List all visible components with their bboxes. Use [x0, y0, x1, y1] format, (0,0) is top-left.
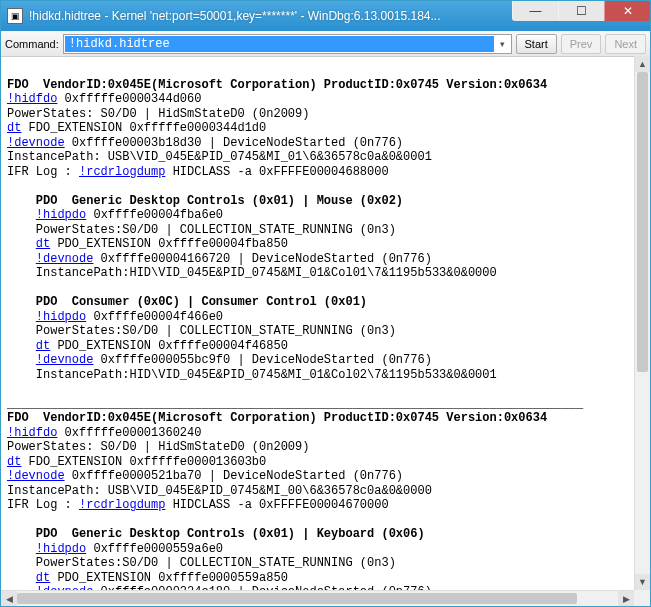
dt-link[interactable]: dt [36, 237, 50, 251]
power-line: PowerStates:S0/D0 | COLLECTION_STATE_RUN… [36, 556, 396, 570]
hidpdo-link[interactable]: !hidpdo [36, 310, 86, 324]
dt-link[interactable]: dt [7, 121, 21, 135]
dropdown-arrow-icon[interactable]: ▾ [495, 39, 511, 49]
hr: ________________________________________… [7, 397, 583, 411]
prev-button[interactable]: Prev [561, 34, 602, 54]
power-line: PowerStates:S0/D0 | COLLECTION_STATE_RUN… [36, 324, 396, 338]
hidpdo-link[interactable]: !hidpdo [36, 208, 86, 222]
devnode-link[interactable]: !devnode [36, 252, 94, 266]
hidfdo-arg: 0xfffffe00001360240 [57, 426, 201, 440]
pdo-header: PDO Consumer (0x0C) | Consumer Control (… [36, 295, 367, 309]
fdo-header: FDO VendorID:0x045E(Microsoft Corporatio… [7, 411, 547, 425]
devnode-arg: 0xffffe00004166720 | DeviceNodeStarted (… [93, 252, 431, 266]
power-line: PowerStates: S0/D0 | HidSmStateD0 (0n200… [7, 107, 309, 121]
minimize-button[interactable]: — [512, 1, 558, 21]
horizontal-scrollbar[interactable]: ◀ ▶ [1, 590, 634, 606]
rcdrlogdump-link[interactable]: !rcdrlogdump [79, 498, 165, 512]
dt-arg: PDO_EXTENSION 0xffffe00004f46850 [50, 339, 288, 353]
dt-arg: FDO_EXTENSION 0xfffffe0000344d1d0 [21, 121, 266, 135]
scroll-down-button[interactable]: ▼ [635, 574, 650, 590]
dt-link[interactable]: dt [36, 571, 50, 585]
fdo-header: FDO VendorID:0x045E(Microsoft Corporatio… [7, 78, 547, 92]
start-button[interactable]: Start [516, 34, 557, 54]
scroll-right-button[interactable]: ▶ [618, 591, 634, 606]
hidfdo-arg: 0xfffffe0000344d060 [57, 92, 201, 106]
instpath-line: InstancePath:HID\VID_045E&PID_0745&MI_01… [36, 266, 497, 280]
ifr-arg: HIDCLASS -a 0xFFFFE00004688000 [165, 165, 388, 179]
devnode-arg: 0xffffe0000521ba70 | DeviceNodeStarted (… [65, 469, 403, 483]
dt-link[interactable]: dt [36, 339, 50, 353]
hidpdo-arg: 0xffffe00004f466e0 [86, 310, 223, 324]
dt-link[interactable]: dt [7, 455, 21, 469]
scroll-left-button[interactable]: ◀ [1, 591, 17, 606]
devnode-arg: 0xffffe000055bc9f0 | DeviceNodeStarted (… [93, 353, 431, 367]
ifr-prefix: IFR Log : [7, 498, 79, 512]
scroll-track[interactable] [635, 72, 650, 574]
dt-arg: PDO_EXTENSION 0xffffe00004fba850 [50, 237, 288, 251]
vertical-scrollbar[interactable]: ▲ ▼ [634, 56, 650, 590]
devnode-link[interactable]: !devnode [36, 353, 94, 367]
power-line: PowerStates:S0/D0 | COLLECTION_STATE_RUN… [36, 223, 396, 237]
window-buttons: — ☐ ✕ [512, 1, 650, 31]
maximize-button[interactable]: ☐ [558, 1, 604, 21]
app-icon: ▣ [7, 8, 23, 24]
instpath-line: InstancePath:HID\VID_045E&PID_0745&MI_01… [36, 368, 497, 382]
hidpdo-link[interactable]: !hidpdo [36, 542, 86, 556]
power-line: PowerStates: S0/D0 | HidSmStateD0 (0n200… [7, 440, 309, 454]
pdo-header: PDO Generic Desktop Controls (0x01) | Ke… [36, 527, 425, 541]
command-input[interactable] [65, 36, 494, 52]
instpath-line: InstancePath: USB\VID_045E&PID_0745&MI_0… [7, 484, 432, 498]
hidpdo-arg: 0xffffe0000559a6e0 [86, 542, 223, 556]
scroll-thumb-h[interactable] [17, 593, 577, 604]
close-button[interactable]: ✕ [604, 1, 650, 21]
devnode-link[interactable]: !devnode [7, 136, 65, 150]
command-input-wrap[interactable]: ▾ [63, 34, 512, 54]
titlebar[interactable]: ▣ !hidkd.hidtree - Kernel 'net:port=5000… [1, 1, 650, 31]
devnode-arg: 0xffffe00003b18d30 | DeviceNodeStarted (… [65, 136, 403, 150]
instpath-line: InstancePath: USB\VID_045E&PID_0745&MI_0… [7, 150, 432, 164]
hidfdo-link[interactable]: !hidfdo [7, 426, 57, 440]
hidfdo-link[interactable]: !hidfdo [7, 92, 57, 106]
rcdrlogdump-link[interactable]: !rcdrlogdump [79, 165, 165, 179]
scrollbar-corner [634, 590, 650, 606]
devnode-link[interactable]: !devnode [7, 469, 65, 483]
dt-arg: PDO_EXTENSION 0xffffe0000559a850 [50, 571, 288, 585]
scroll-up-button[interactable]: ▲ [635, 56, 650, 72]
toolbar: Command: ▾ Start Prev Next [1, 31, 650, 57]
dt-arg: FDO_EXTENSION 0xfffffe000013603b0 [21, 455, 266, 469]
ifr-arg: HIDCLASS -a 0xFFFFE00004670000 [165, 498, 388, 512]
scroll-thumb[interactable] [637, 72, 648, 372]
next-button[interactable]: Next [605, 34, 646, 54]
pdo-header: PDO Generic Desktop Controls (0x01) | Mo… [36, 194, 403, 208]
command-label: Command: [5, 38, 59, 50]
output-pane[interactable]: FDO VendorID:0x045E(Microsoft Corporatio… [1, 57, 650, 606]
window-title: !hidkd.hidtree - Kernel 'net:port=50001,… [29, 9, 512, 23]
hidpdo-arg: 0xffffe00004fba6e0 [86, 208, 223, 222]
ifr-prefix: IFR Log : [7, 165, 79, 179]
